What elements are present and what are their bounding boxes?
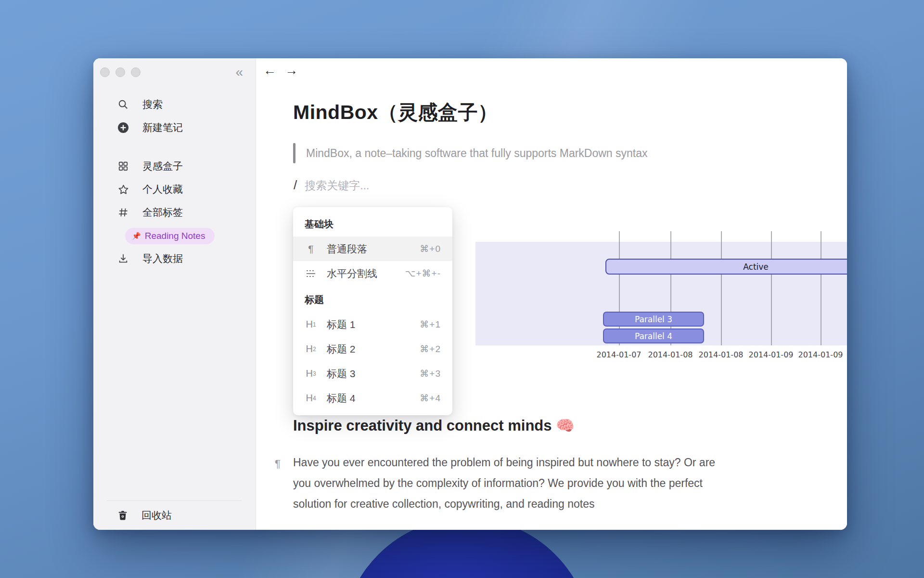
app-window: « 搜索 新建笔记 灵感盒子 xyxy=(93,58,847,530)
menu-item-label: 标题 4 xyxy=(327,392,410,405)
gantt-bar-parallel-4[interactable]: Parallel 4 xyxy=(603,328,704,343)
sidebar-footer: 回收站 xyxy=(93,500,256,530)
heading-4-icon: H4 xyxy=(305,393,317,404)
menu-item-heading-4[interactable]: H4 标题 4 ⌘+4 xyxy=(293,386,452,410)
quote-bar xyxy=(293,143,295,163)
pilcrow-icon: ¶ xyxy=(305,243,317,255)
gantt-axis-tick: 2014-01-08 xyxy=(699,350,744,359)
gantt-bar-active[interactable]: Active xyxy=(605,259,847,275)
menu-item-label: 普通段落 xyxy=(327,242,410,256)
menu-item-shortcut: ⌘+4 xyxy=(420,393,441,404)
gantt-gridline xyxy=(771,231,772,345)
quote-text: MindBox, a note–taking software that ful… xyxy=(306,147,648,160)
pushpin-emoji-icon: 📌 xyxy=(132,232,141,240)
heading-2-icon: H2 xyxy=(305,343,317,355)
sidebar-item-label: 个人收藏 xyxy=(142,183,183,196)
grid-icon xyxy=(117,160,129,172)
sidebar: « 搜索 新建笔记 灵感盒子 xyxy=(93,58,256,530)
sidebar-item-search[interactable]: 搜索 xyxy=(93,93,256,116)
close-window-button[interactable] xyxy=(100,67,110,77)
menu-section-title: 标题 xyxy=(293,286,452,312)
menu-item-label: 标题 1 xyxy=(327,318,410,331)
menu-item-label: 标题 2 xyxy=(327,342,410,356)
gantt-bar-parallel-3[interactable]: Parallel 3 xyxy=(603,312,704,327)
sidebar-item-label: 新建笔记 xyxy=(142,121,183,134)
sidebar-item-all-tags[interactable]: 全部标签 xyxy=(93,201,256,224)
sidebar-item-label: 全部标签 xyxy=(142,206,183,219)
menu-item-shortcut: ⌘+3 xyxy=(420,368,441,379)
slash-char: / xyxy=(294,178,297,193)
menu-item-shortcut: ⌘+1 xyxy=(420,319,441,330)
minimize-window-button[interactable] xyxy=(116,67,125,77)
sidebar-item-trash[interactable]: 回收站 xyxy=(93,501,256,530)
heading-1-icon: H1 xyxy=(305,319,317,330)
gantt-axis-tick: 2014-01-07 xyxy=(597,350,642,359)
menu-item-shortcut: ⌘+0 xyxy=(420,243,441,254)
gantt-axis-tick: 2014-01-09 xyxy=(798,350,843,359)
menu-item-horizontal-rule[interactable]: 水平分割线 ⌥+⌘+- xyxy=(293,261,452,286)
sidebar-item-favorites[interactable]: 个人收藏 xyxy=(93,178,256,201)
gantt-gridline xyxy=(721,231,722,345)
gantt-bar-label: Parallel 3 xyxy=(635,315,672,324)
sidebar-item-label: 搜索 xyxy=(142,98,163,111)
menu-item-heading-2[interactable]: H2 标题 2 ⌘+2 xyxy=(293,337,452,361)
plus-circle-icon xyxy=(117,122,129,133)
search-icon xyxy=(117,99,129,110)
menu-item-shortcut: ⌘+2 xyxy=(420,343,441,355)
note-title[interactable]: MindBox（灵感盒子） xyxy=(293,99,498,126)
back-arrow-icon[interactable]: ← xyxy=(263,63,276,78)
sidebar-nav: 搜索 新建笔记 灵感盒子 个人收藏 xyxy=(93,93,256,270)
paragraph-line: you overwhelmed by the complexity of inf… xyxy=(293,473,827,494)
sidebar-item-label: 导入数据 xyxy=(142,252,183,265)
gantt-bar-label: Active xyxy=(743,262,769,272)
horizontal-rule-icon xyxy=(305,269,317,278)
gantt-axis-tick: 2014-01-09 xyxy=(749,350,794,359)
sidebar-item-label: 灵感盒子 xyxy=(142,159,183,173)
sidebar-item-new-note[interactable]: 新建笔记 xyxy=(93,116,256,139)
heading-3-icon: H3 xyxy=(305,368,317,379)
import-icon xyxy=(117,253,129,264)
slash-placeholder: 搜索关键字... xyxy=(305,178,369,193)
window-controls xyxy=(100,67,141,77)
sidebar-item-mindbox[interactable]: 灵感盒子 xyxy=(93,155,256,178)
forward-arrow-icon[interactable]: → xyxy=(285,63,298,78)
paragraph-line: solution for creative collection, copywr… xyxy=(293,494,827,514)
note-heading[interactable]: Inspire creativity and connect minds 🧠 xyxy=(293,417,575,434)
collapse-sidebar-icon[interactable]: « xyxy=(235,65,243,79)
gantt-chart: Active Parallel 3 Parallel 4 2014-01-07 … xyxy=(475,229,847,373)
menu-item-heading-3[interactable]: H3 标题 3 ⌘+3 xyxy=(293,361,452,386)
gantt-gridline xyxy=(821,231,821,345)
menu-item-label: 标题 3 xyxy=(327,367,410,381)
paragraph-line: Have you ever encountered the problem of… xyxy=(293,452,827,473)
gantt-bar-label: Parallel 4 xyxy=(635,331,672,341)
zoom-window-button[interactable] xyxy=(131,67,141,77)
slash-command-input[interactable]: / 搜索关键字... xyxy=(294,178,369,193)
menu-item-paragraph[interactable]: ¶ 普通段落 ⌘+0 xyxy=(293,236,452,261)
hash-icon xyxy=(117,207,129,218)
slash-command-menu: 基础块 ¶ 普通段落 ⌘+0 水平分割线 ⌥+⌘+- 标题 H1 标题 1 ⌘+… xyxy=(293,207,452,415)
gantt-axis-tick: 2014-01-08 xyxy=(648,350,693,359)
star-icon xyxy=(117,184,129,195)
menu-item-shortcut: ⌥+⌘+- xyxy=(405,268,441,279)
menu-item-heading-1[interactable]: H1 标题 1 ⌘+1 xyxy=(293,312,452,337)
sidebar-item-label: 回收站 xyxy=(141,509,172,522)
history-nav: ← → xyxy=(263,63,298,78)
tag-label: Reading Notes xyxy=(145,231,205,241)
menu-item-label: 水平分割线 xyxy=(327,267,396,280)
quote-block[interactable]: MindBox, a note–taking software that ful… xyxy=(293,143,648,163)
pilcrow-marker-icon: ¶ xyxy=(275,453,281,474)
sidebar-item-import-data[interactable]: 导入数据 xyxy=(93,247,256,270)
sidebar-tag-reading-notes[interactable]: 📌 Reading Notes xyxy=(125,228,215,244)
menu-section-title: 基础块 xyxy=(293,210,452,236)
trash-icon xyxy=(117,510,128,521)
note-paragraph[interactable]: ¶ Have you ever encountered the problem … xyxy=(293,452,827,514)
